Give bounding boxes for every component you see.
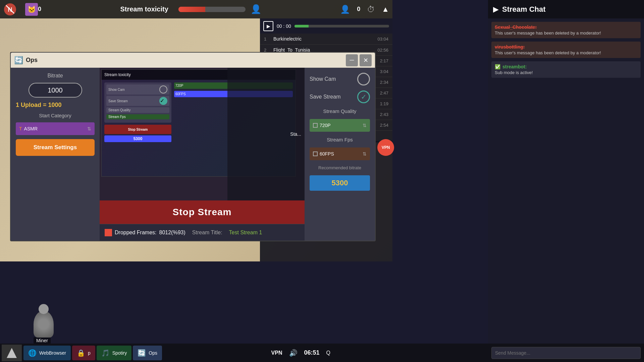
nested-quality-row: Stream Quality [106, 107, 169, 113]
play-button[interactable]: ▶ [263, 21, 273, 31]
stream-list-header: ▶ 00 : 00 [260, 18, 392, 34]
nested-save-stream-toggle[interactable]: ✓ [159, 97, 167, 105]
red-person-icon: 👤 [251, 4, 261, 14]
timer-icon: ⏱ [367, 5, 375, 14]
nested-stream-toxicity: Stream toxicity [104, 72, 131, 77]
stream-panel: 🔄 Ops ─ ✕ Bitrate 1 Upload = 1000 Start … [10, 52, 376, 241]
left-sidebar: Bitrate 1 Upload = 1000 Start Category T… [11, 68, 100, 241]
stream-item-time: 02:56 [377, 48, 388, 53]
fps-value: 60FPS [320, 151, 334, 157]
dropped-frames-value: 8012(%93) [159, 230, 185, 236]
webbrowser-icon: 🌐 [28, 349, 37, 357]
cat-icon: 🐱 [28, 5, 36, 13]
status-hint: Sta... [290, 131, 301, 137]
follower-count: 0 [38, 6, 41, 13]
chat-input-area [488, 344, 644, 362]
chat-panel: ▶ Stream Chat Sexual_Chocolate: This use… [488, 0, 644, 362]
chat-title: Stream Chat [502, 5, 546, 14]
time-progress-fill [294, 25, 309, 27]
volume-icon[interactable]: 🔊 [289, 349, 298, 357]
character-body [34, 311, 54, 338]
nested-bitrate: 5300 [104, 135, 171, 142]
stream-item-time: 2:54 [380, 123, 388, 128]
character-area: Miner [34, 311, 54, 344]
top-bar: N 🐱 0 Stream toxicity 👤 👤 0 ⏱ ▲ [0, 0, 392, 18]
minimize-button[interactable]: ─ [346, 54, 358, 66]
chat-header: ▶ Stream Chat [488, 0, 644, 18]
stream-item-time: 2:17 [380, 58, 388, 63]
panel-body: Bitrate 1 Upload = 1000 Start Category T… [11, 68, 375, 241]
nested-show-cam-label: Show Cam [108, 88, 125, 92]
stream-toxicity-label: Stream toxicity [120, 5, 168, 13]
panel-titlebar: 🔄 Ops ─ ✕ [11, 53, 375, 68]
chat-message-text-1: This user's message has been deleted by … [495, 31, 637, 36]
up-arrow-icon: ▲ [382, 5, 389, 14]
nested-settings-panel: Show Cam Save Stream ✓ Stream Quality [104, 82, 171, 123]
stream-title-value: Test Stream 1 [229, 230, 262, 236]
chat-message-1: Sexual_Chocolate: This user's message ha… [491, 22, 641, 38]
stream-title-label: Stream Title: [192, 230, 222, 236]
upload-label: 1 Upload = 1000 [16, 102, 95, 109]
stream-item-num: 1 [264, 37, 271, 42]
time-progress-bar [294, 25, 389, 27]
recommended-value: 5300 [310, 175, 370, 191]
chat-messages: Sexual_Chocolate: This user's message ha… [488, 18, 644, 344]
toxicity-bar [178, 7, 246, 12]
nested-save-stream-label: Save Stream [108, 99, 128, 103]
spotiry-icon: 🎵 [101, 349, 110, 357]
stream-fps-label: Stream Fps [310, 137, 370, 142]
stop-stream-button[interactable]: Stop Stream [100, 200, 305, 224]
quality-arrow-icon: ⇅ [363, 123, 367, 128]
chat-play-icon: ▶ [493, 5, 499, 14]
stream-item-time: 2:47 [380, 90, 388, 96]
quality-select[interactable]: 720P ⇅ [310, 119, 370, 132]
fps-icon [313, 152, 318, 156]
taskbar-ops[interactable]: 🔄 Ops [133, 346, 162, 360]
show-cam-toggle[interactable] [357, 73, 370, 85]
show-cam-row: Show Cam [310, 73, 370, 85]
webbrowser-label: WebBrowser [39, 350, 66, 356]
time-label: 06:51 [304, 349, 320, 356]
category-select[interactable]: T ASMR ⇅ [16, 122, 95, 135]
panel-title-icon: 🔄 [14, 56, 23, 65]
extra-icon[interactable]: Q [326, 350, 330, 356]
toxicity-fill [178, 7, 205, 12]
p-app-icon: 🔒 [77, 349, 85, 357]
chat-input[interactable] [491, 347, 641, 359]
dropped-frames-area: Dropped Frames: 8012(%93) [105, 229, 185, 236]
save-stream-label: Save Stream [310, 94, 340, 100]
top-bar-right: 👤 0 ⏱ ▲ [340, 5, 389, 14]
chat-message-3-header: ✅ streambot: [495, 64, 637, 69]
dropped-frames-label: Dropped Frames: [115, 230, 157, 236]
right-panel: Show Cam Save Stream ✓ Stream Quality 72… [305, 68, 375, 241]
bitrate-input[interactable] [29, 83, 82, 98]
nested-stop-stream[interactable]: Stop Stream [104, 125, 171, 134]
taskbar-spotiry[interactable]: 🎵 Spotiry [97, 346, 132, 360]
save-stream-toggle[interactable]: ✓ [357, 90, 370, 103]
taskbar: 🌐 WebBrowser 🔒 p 🎵 Spotiry 🔄 Ops VPN 🔊 0… [0, 344, 488, 362]
stream-settings-button[interactable]: Stream Settings [16, 139, 95, 156]
taskbar-webbrowser[interactable]: 🌐 WebBrowser [23, 346, 71, 360]
fps-arrow-icon: ⇅ [363, 151, 367, 157]
ops-icon: 🔄 [138, 349, 146, 357]
taskbar-right: VPN 🔊 06:51 Q [271, 344, 330, 362]
nested-show-cam-toggle[interactable] [159, 85, 167, 94]
logo-icon: N [3, 3, 17, 16]
category-arrow-icon: ⇅ [87, 126, 91, 131]
stream-list-item[interactable]: 1 Burkinelectric 03:04 [260, 34, 392, 45]
center-content: Stream toxicity Show Cam [100, 68, 305, 241]
taskbar-p-app[interactable]: 🔒 p [72, 346, 95, 360]
chat-message-text-3: Sub mode is active! [495, 70, 637, 75]
panel-title-text: Ops [26, 57, 344, 64]
chat-username-3: streambot: [502, 64, 527, 69]
start-category-label: Start Category [16, 113, 95, 118]
cat-avatar: 🐱 [25, 3, 38, 16]
vpn-badge: VPN [377, 139, 394, 156]
nested-quality-label: Stream Quality [108, 108, 130, 112]
close-button[interactable]: ✕ [360, 54, 372, 66]
spotiry-label: Spotiry [112, 350, 127, 356]
taskbar-logo [2, 345, 22, 361]
fps-select[interactable]: 60FPS ⇅ [310, 147, 370, 160]
category-value: ASMR [24, 126, 38, 131]
stream-info-bar: Dropped Frames: 8012(%93) Stream Title: … [100, 224, 305, 241]
